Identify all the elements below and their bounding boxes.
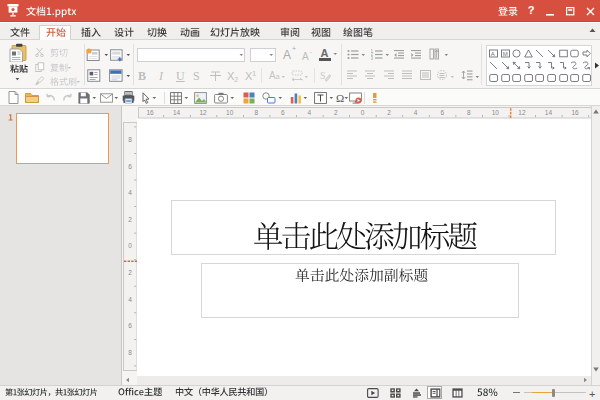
svg-text:6: 6 bbox=[128, 163, 132, 170]
svg-text:12: 12 bbox=[518, 109, 526, 116]
svg-text:8: 8 bbox=[254, 109, 258, 116]
svg-text:A: A bbox=[491, 51, 495, 57]
svg-text:3: 3 bbox=[371, 56, 374, 60]
svg-text:4: 4 bbox=[414, 109, 418, 116]
svg-text:16: 16 bbox=[146, 109, 154, 116]
svg-text:12: 12 bbox=[199, 109, 207, 116]
svg-text:10: 10 bbox=[492, 109, 500, 116]
svg-text:S: S bbox=[320, 70, 326, 81]
svg-text:2: 2 bbox=[128, 216, 132, 223]
svg-text:2: 2 bbox=[128, 269, 132, 276]
svg-text:16: 16 bbox=[571, 109, 579, 116]
svg-text:0: 0 bbox=[361, 109, 365, 116]
svg-text:14: 14 bbox=[545, 109, 553, 116]
svg-text:2: 2 bbox=[387, 109, 391, 116]
svg-text:4: 4 bbox=[128, 296, 132, 303]
svg-text:M: M bbox=[502, 51, 507, 57]
svg-text:2: 2 bbox=[334, 109, 338, 116]
svg-text:0: 0 bbox=[128, 242, 132, 249]
svg-text:4: 4 bbox=[128, 189, 132, 196]
svg-text:4: 4 bbox=[308, 109, 312, 116]
svg-text:10: 10 bbox=[226, 109, 234, 116]
svg-text:6: 6 bbox=[440, 109, 444, 116]
svg-text:8: 8 bbox=[467, 109, 471, 116]
svg-text:8: 8 bbox=[128, 136, 132, 143]
svg-text:6: 6 bbox=[281, 109, 285, 116]
svg-text:14: 14 bbox=[173, 109, 181, 116]
svg-text:6: 6 bbox=[128, 322, 132, 329]
svg-text:8: 8 bbox=[128, 349, 132, 356]
